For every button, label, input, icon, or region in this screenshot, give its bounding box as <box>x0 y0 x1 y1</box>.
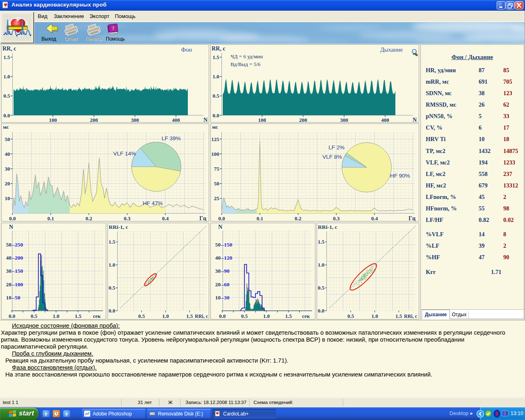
svg-text:0.3: 0.3 <box>333 215 340 221</box>
svg-text:60: 60 <box>224 281 230 288</box>
svg-text:мс: мс <box>3 124 9 130</box>
svg-text:75: 75 <box>214 166 220 172</box>
svg-text:1.0: 1.0 <box>3 73 10 80</box>
svg-text:0.5: 0.5 <box>241 313 248 319</box>
svg-text:VLF 8%: VLF 8% <box>322 154 342 160</box>
svg-text:0.5: 0.5 <box>212 93 219 99</box>
svg-text:0.3: 0.3 <box>124 215 131 221</box>
svg-text:1.5: 1.5 <box>109 239 116 245</box>
svg-text:0.5: 0.5 <box>318 285 325 291</box>
svg-text:0.0: 0.0 <box>212 112 219 119</box>
svg-text:–: – <box>11 268 15 274</box>
svg-text:0.4: 0.4 <box>371 215 378 221</box>
svg-text:40: 40 <box>6 255 12 261</box>
svg-text:1.5: 1.5 <box>75 313 82 319</box>
svg-text:200: 200 <box>299 117 307 122</box>
svg-text:40: 40 <box>5 151 10 157</box>
svg-text:–: – <box>221 268 224 274</box>
svg-text:сек: сек <box>302 313 310 319</box>
svg-text:1.5: 1.5 <box>186 313 193 319</box>
svg-text:10: 10 <box>215 294 221 301</box>
svg-text:100: 100 <box>258 117 266 122</box>
svg-text:N: N <box>9 224 13 230</box>
svg-text:Дыхание: Дыхание <box>380 46 403 53</box>
svg-text:0.0: 0.0 <box>219 313 226 319</box>
svg-text:1.5: 1.5 <box>3 54 10 60</box>
svg-text:1.0: 1.0 <box>212 73 219 80</box>
svg-text:0.2: 0.2 <box>295 215 301 221</box>
svg-text:0.5: 0.5 <box>109 285 116 291</box>
svg-text:0.1: 0.1 <box>47 215 54 221</box>
svg-text:300: 300 <box>131 117 139 122</box>
svg-text:–: – <box>221 255 224 261</box>
svg-text:0.1: 0.1 <box>256 215 263 221</box>
svg-text:0.0: 0.0 <box>318 308 324 314</box>
svg-text:–: – <box>221 281 224 288</box>
svg-text:RRi, c: RRi, c <box>195 313 208 319</box>
svg-text:Вд/Выд = 5/6: Вд/Выд = 5/6 <box>231 61 261 67</box>
svg-text:120: 120 <box>224 255 233 261</box>
svg-text:100: 100 <box>49 117 57 122</box>
svg-text:1.5: 1.5 <box>285 313 292 319</box>
svg-text:RRi, c: RRi, c <box>404 313 418 319</box>
svg-text:30: 30 <box>5 166 10 172</box>
svg-text:e: e <box>66 411 68 417</box>
svg-text:–: – <box>221 294 224 301</box>
svg-text:сек: сек <box>93 313 101 319</box>
svg-text:400: 400 <box>381 117 389 122</box>
svg-text:20: 20 <box>5 180 10 187</box>
svg-text:RR, c: RR, c <box>212 46 225 52</box>
svg-text:50: 50 <box>5 136 10 142</box>
svg-text:VLF 14%: VLF 14% <box>113 151 136 157</box>
svg-text:10: 10 <box>6 294 12 301</box>
svg-text:LF 39%: LF 39% <box>162 135 181 142</box>
svg-text:0.5: 0.5 <box>138 313 145 319</box>
svg-text:Гц: Гц <box>409 215 415 221</box>
svg-text:0.0: 0.0 <box>3 112 10 119</box>
svg-text:1.0: 1.0 <box>263 313 269 319</box>
svg-text:50: 50 <box>214 180 219 187</box>
svg-text:100: 100 <box>15 281 23 288</box>
svg-text:100: 100 <box>211 151 219 157</box>
svg-text:30: 30 <box>224 294 230 301</box>
svg-text:0.5: 0.5 <box>3 93 10 99</box>
svg-text:ЧД = 6 уд/мин: ЧД = 6 уд/мин <box>231 53 263 59</box>
svg-text:1.5: 1.5 <box>395 313 402 319</box>
svg-text:0.4: 0.4 <box>162 215 169 221</box>
svg-text:150: 150 <box>224 242 233 248</box>
svg-text:N: N <box>413 117 417 122</box>
svg-text:–: – <box>11 281 15 288</box>
svg-text:0.5: 0.5 <box>347 313 354 319</box>
svg-text:Фон: Фон <box>181 46 192 53</box>
svg-text:–: – <box>221 242 224 248</box>
svg-text:1.5: 1.5 <box>212 54 219 60</box>
svg-text:200: 200 <box>15 255 23 261</box>
svg-text:20: 20 <box>215 281 221 288</box>
svg-text:150: 150 <box>15 268 23 274</box>
svg-text:10: 10 <box>5 195 10 201</box>
svg-text:1.0: 1.0 <box>109 262 115 268</box>
svg-text:200: 200 <box>90 117 98 122</box>
svg-text:50: 50 <box>6 242 12 248</box>
svg-text:0.0: 0.0 <box>9 215 16 221</box>
svg-text:N: N <box>218 224 222 230</box>
svg-text:25: 25 <box>214 195 220 201</box>
svg-text:30: 30 <box>6 268 12 274</box>
svg-text:RR, c: RR, c <box>2 46 16 52</box>
svg-text:0.0: 0.0 <box>109 308 115 314</box>
svg-text:400: 400 <box>172 117 180 122</box>
svg-text:LF 2%: LF 2% <box>329 144 345 151</box>
svg-text:30: 30 <box>215 268 221 274</box>
svg-text:300: 300 <box>340 117 348 122</box>
svg-text:Гц: Гц <box>199 215 206 221</box>
svg-text:0.0: 0.0 <box>218 215 225 221</box>
svg-text:–: – <box>11 294 15 301</box>
svg-text:N: N <box>203 117 208 122</box>
svg-text:мс: мс <box>212 124 218 130</box>
svg-text:–: – <box>11 255 15 261</box>
svg-text:HF 47%: HF 47% <box>143 200 163 206</box>
svg-text:125: 125 <box>211 136 219 142</box>
svg-text:0.2: 0.2 <box>86 215 92 221</box>
svg-text:250: 250 <box>15 242 23 248</box>
svg-text:0.0: 0.0 <box>9 313 15 319</box>
